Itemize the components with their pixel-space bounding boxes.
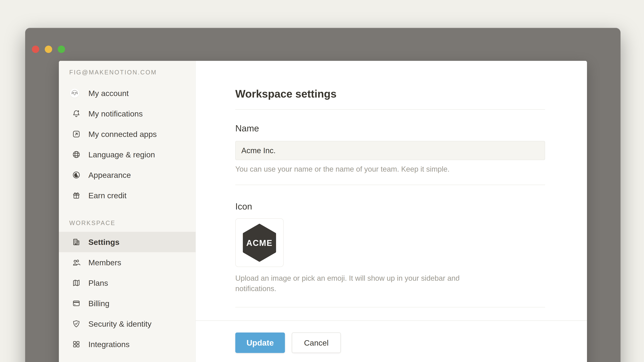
sidebar-item-plans[interactable]: Plans xyxy=(59,273,196,293)
workspace-settings-panel: Workspace settings Name You can use your… xyxy=(196,61,587,362)
sidebar-item-members[interactable]: Members xyxy=(59,252,196,273)
sidebar-item-integrations[interactable]: Integrations xyxy=(59,334,196,355)
settings-modal: FIG@MAKENOTION.COM xyxy=(59,61,587,362)
sidebar-item-label: Security & identity xyxy=(88,319,152,329)
sidebar-item-billing[interactable]: Billing xyxy=(59,293,196,314)
close-traffic-light[interactable] xyxy=(32,45,39,53)
sidebar-item-label: Earn credit xyxy=(88,191,126,200)
sidebar-item-label: My notifications xyxy=(88,109,143,118)
render-artifact-overlay xyxy=(458,280,490,286)
name-field-label: Name xyxy=(235,123,259,133)
sidebar-item-security-identity[interactable]: Security & identity xyxy=(59,314,196,334)
workspace-section-label: WORKSPACE xyxy=(69,220,116,227)
icon-helper-text: Upload an image or pick an emoji. It wil… xyxy=(235,273,460,294)
acme-logo: ACME xyxy=(243,224,276,262)
sidebar-item-label: Billing xyxy=(88,299,109,308)
svg-text:ACME: ACME xyxy=(246,238,272,247)
workspace-name-input[interactable] xyxy=(235,141,545,160)
sidebar-item-label: Settings xyxy=(88,238,120,247)
sidebar-item-label: My account xyxy=(88,89,129,98)
sidebar-item-label: My connected apps xyxy=(88,130,157,139)
settings-sidebar: FIG@MAKENOTION.COM xyxy=(59,61,196,362)
sidebar-item-my-account[interactable]: My account xyxy=(59,83,196,103)
grid-icon xyxy=(72,340,81,349)
sidebar-item-my-notifications[interactable]: My notifications xyxy=(59,103,196,124)
minimize-traffic-light[interactable] xyxy=(45,45,52,53)
sidebar-item-label: Language & region xyxy=(88,150,155,159)
sidebar-item-label: Plans xyxy=(88,278,108,288)
update-button[interactable]: Update xyxy=(235,333,285,353)
page-title: Workspace settings xyxy=(235,88,336,100)
building-icon xyxy=(72,237,81,247)
sidebar-item-appearance[interactable]: Appearance xyxy=(59,165,196,185)
workspace-icon-picker[interactable]: ACME xyxy=(235,218,284,267)
name-helper-text: You can use your name or the name of you… xyxy=(235,164,450,174)
cancel-button[interactable]: Cancel xyxy=(292,333,341,353)
footer-divider xyxy=(196,321,587,321)
dog-avatar-icon xyxy=(70,88,79,98)
shield-check-icon xyxy=(72,319,81,329)
divider xyxy=(235,307,545,307)
icon-field-label: Icon xyxy=(235,201,252,212)
sidebar-item-label: Appearance xyxy=(88,170,131,180)
divider xyxy=(235,185,545,185)
divider xyxy=(235,109,545,110)
globe-icon xyxy=(72,150,81,159)
account-email-label: FIG@MAKENOTION.COM xyxy=(69,69,157,76)
sidebar-item-language-region[interactable]: Language & region xyxy=(59,144,196,165)
sidebar-item-label: Integrations xyxy=(88,340,130,349)
map-icon xyxy=(72,278,81,288)
sidebar-item-settings[interactable]: Settings xyxy=(59,232,196,252)
bell-icon xyxy=(72,109,81,118)
zoom-traffic-light[interactable] xyxy=(58,45,65,53)
credit-card-icon xyxy=(72,299,81,308)
moon-circle-icon xyxy=(72,170,81,180)
sidebar-item-label: Members xyxy=(88,258,121,267)
sidebar-item-earn-credit[interactable]: Earn credit xyxy=(59,185,196,206)
screen: FIG@MAKENOTION.COM xyxy=(0,0,644,362)
arrow-up-right-square-icon xyxy=(72,129,81,139)
people-icon xyxy=(72,258,81,267)
gift-icon xyxy=(72,191,81,200)
sidebar-item-my-connected-apps[interactable]: My connected apps xyxy=(59,124,196,144)
